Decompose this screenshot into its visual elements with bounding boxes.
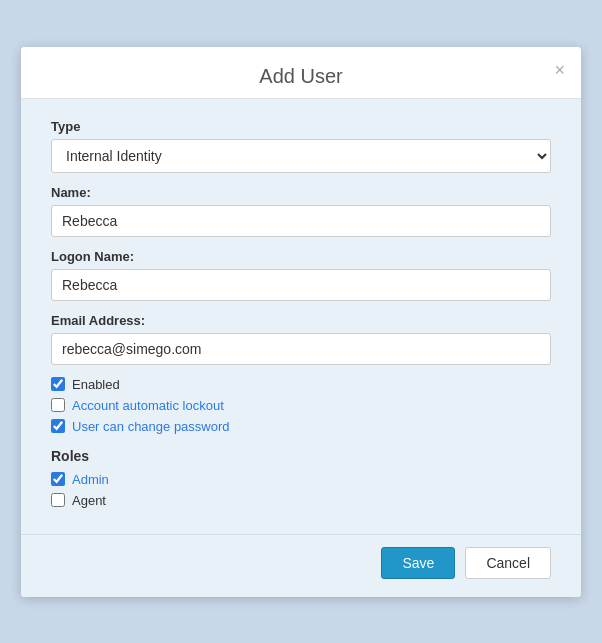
lockout-group: Account automatic lockout: [51, 398, 551, 413]
email-label: Email Address:: [51, 313, 551, 328]
change-password-label[interactable]: User can change password: [72, 419, 230, 434]
enabled-label[interactable]: Enabled: [72, 377, 120, 392]
email-group: Email Address:: [51, 313, 551, 365]
name-input[interactable]: [51, 205, 551, 237]
lockout-checkbox[interactable]: [51, 398, 65, 412]
admin-label[interactable]: Admin: [72, 472, 109, 487]
email-input[interactable]: [51, 333, 551, 365]
change-password-checkbox[interactable]: [51, 419, 65, 433]
name-group: Name:: [51, 185, 551, 237]
modal-backdrop: Add User × Type Internal Identity Extern…: [0, 0, 602, 643]
admin-group: Admin: [51, 472, 551, 487]
roles-title: Roles: [51, 448, 551, 464]
logon-name-group: Logon Name:: [51, 249, 551, 301]
agent-checkbox[interactable]: [51, 493, 65, 507]
lockout-label[interactable]: Account automatic lockout: [72, 398, 224, 413]
modal-footer: Save Cancel: [21, 534, 581, 597]
change-password-group: User can change password: [51, 419, 551, 434]
modal-body: Type Internal Identity External Identity…: [21, 99, 581, 534]
logon-name-label: Logon Name:: [51, 249, 551, 264]
agent-group: Agent: [51, 493, 551, 508]
name-label: Name:: [51, 185, 551, 200]
enabled-group: Enabled: [51, 377, 551, 392]
type-label: Type: [51, 119, 551, 134]
agent-label[interactable]: Agent: [72, 493, 106, 508]
cancel-button[interactable]: Cancel: [465, 547, 551, 579]
type-select[interactable]: Internal Identity External Identity: [51, 139, 551, 173]
modal-title: Add User: [41, 65, 561, 88]
close-button[interactable]: ×: [554, 61, 565, 79]
enabled-checkbox[interactable]: [51, 377, 65, 391]
type-group: Type Internal Identity External Identity: [51, 119, 551, 173]
save-button[interactable]: Save: [381, 547, 455, 579]
modal-header: Add User ×: [21, 47, 581, 99]
logon-name-input[interactable]: [51, 269, 551, 301]
add-user-modal: Add User × Type Internal Identity Extern…: [21, 47, 581, 597]
admin-checkbox[interactable]: [51, 472, 65, 486]
